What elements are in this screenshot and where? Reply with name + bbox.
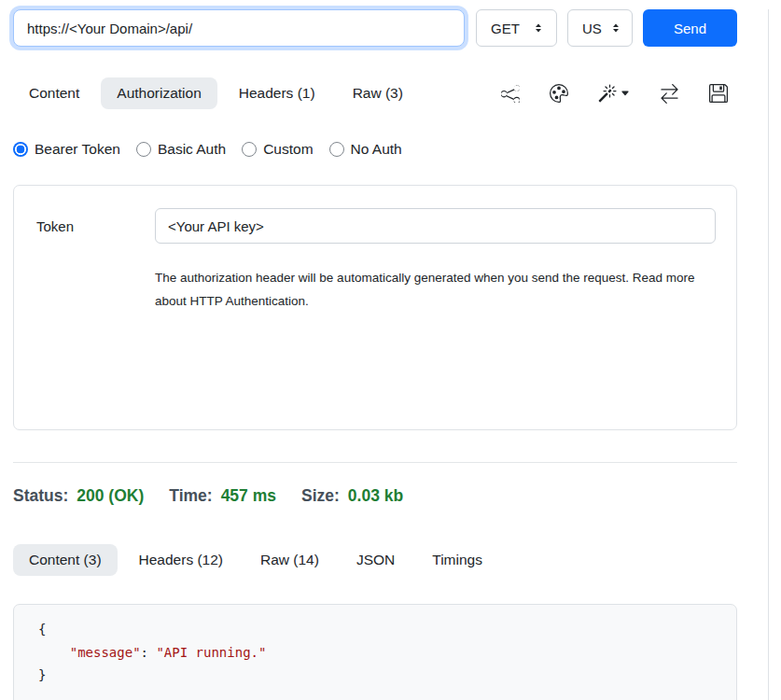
auth-option-no-auth[interactable]: No Auth — [329, 141, 402, 158]
save-icon[interactable] — [709, 84, 728, 103]
time-value: 457 ms — [221, 486, 276, 506]
tab-response-headers[interactable]: Headers (12) — [123, 544, 239, 576]
auth-option-label: Basic Auth — [158, 141, 226, 158]
auth-type-options: Bearer Token Basic Auth Custom No Auth — [13, 141, 737, 158]
tab-response-content[interactable]: Content (3) — [13, 544, 118, 576]
tab-response-timings[interactable]: Timings — [416, 544, 498, 576]
tab-response-raw[interactable]: Raw (14) — [244, 544, 335, 576]
radio-unselected-icon — [242, 142, 257, 157]
radio-selected-icon — [13, 142, 28, 157]
content-right-border — [768, 9, 769, 700]
radio-unselected-icon — [136, 142, 151, 157]
auth-option-label: Custom — [263, 141, 313, 158]
token-row: Token — [36, 208, 716, 244]
method-select-value: GET — [491, 21, 520, 36]
response-status-bar: Status: 200 (OK) Time: 457 ms Size: 0.03… — [13, 486, 737, 506]
size-label: Size: — [301, 486, 340, 506]
url-input[interactable] — [13, 9, 465, 47]
request-bar: GET US Send — [13, 9, 737, 47]
tab-response-json[interactable]: JSON — [341, 544, 411, 576]
magic-wand-icon[interactable] — [598, 84, 630, 103]
bearer-token-panel: Token The authorization header will be a… — [13, 185, 737, 430]
auth-option-custom[interactable]: Custom — [242, 141, 313, 158]
json-key: "message" — [70, 645, 141, 660]
tab-raw[interactable]: Raw (3) — [337, 77, 419, 109]
request-tabs: Content Authorization Headers (1) Raw (3… — [13, 77, 419, 109]
radio-unselected-icon — [329, 142, 344, 157]
section-divider — [13, 462, 737, 463]
caret-down-icon — [621, 89, 630, 98]
request-toolbar — [501, 84, 737, 104]
tab-headers[interactable]: Headers (1) — [223, 77, 331, 109]
auth-option-bearer-token[interactable]: Bearer Token — [13, 141, 120, 158]
tab-content[interactable]: Content — [13, 77, 95, 109]
auth-option-label: No Auth — [351, 141, 402, 158]
request-tabs-row: Content Authorization Headers (1) Raw (3… — [13, 77, 737, 109]
token-label: Token — [36, 218, 155, 234]
auth-help-text: The authorization header will be automat… — [155, 266, 699, 313]
json-string-value: "API running." — [156, 645, 266, 660]
token-input[interactable] — [155, 208, 716, 244]
code-line: { "message": "API running." } — [38, 622, 266, 682]
send-button[interactable]: Send — [643, 9, 737, 47]
response-body: { "message": "API running." } — [13, 604, 737, 700]
size-value: 0.03 kb — [348, 486, 403, 506]
tab-authorization[interactable]: Authorization — [101, 77, 216, 109]
share-icon[interactable] — [501, 84, 520, 103]
api-client-page: GET US Send Content Authorization Header… — [0, 9, 781, 700]
method-select[interactable]: GET — [476, 9, 557, 47]
region-select[interactable]: US — [567, 9, 633, 47]
region-select-value: US — [582, 21, 602, 36]
chevron-expand-icon — [532, 21, 545, 35]
auth-option-basic-auth[interactable]: Basic Auth — [136, 141, 226, 158]
time-label: Time: — [169, 486, 212, 506]
chevron-expand-icon — [609, 21, 622, 35]
response-tabs: Content (3) Headers (12) Raw (14) JSON T… — [13, 544, 737, 576]
status-value: 200 (OK) — [77, 486, 144, 506]
auth-option-label: Bearer Token — [35, 141, 120, 158]
palette-icon[interactable] — [550, 84, 568, 103]
swap-arrows-icon[interactable] — [660, 84, 679, 104]
status-label: Status: — [13, 486, 68, 506]
